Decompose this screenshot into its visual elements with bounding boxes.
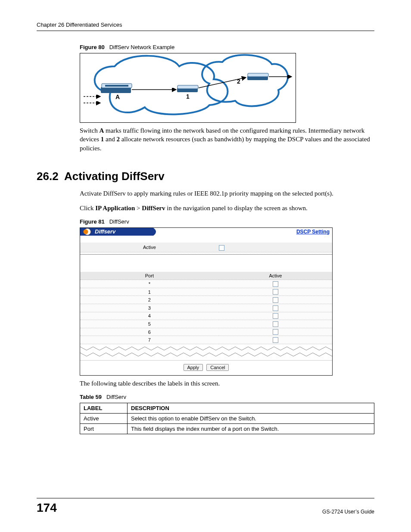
port-active-cell [219, 312, 332, 320]
desc-cell: This field displays the index number of … [128, 424, 374, 434]
figure81-widget: Diffserv DSCP Setting Active Port Acti [80, 227, 333, 376]
section-intro-1: Activate DiffServ to apply marking rules… [80, 189, 374, 198]
torn-edge-icon [80, 344, 332, 359]
section-intro-2: Click IP Application > DiffServ in the n… [80, 204, 374, 212]
svg-rect-4 [177, 85, 198, 89]
figure80-description: Switch A marks traffic flowing into the … [80, 126, 374, 152]
page-footer: 174 GS-2724 User’s Guide [37, 498, 374, 515]
port-active-checkbox[interactable] [273, 329, 278, 335]
figure80-caption: Figure 80 DiffServ Network Example [80, 44, 374, 50]
label-cell: Active [80, 414, 128, 424]
global-active-label: Active [80, 243, 219, 252]
table-row: 6 [80, 328, 332, 336]
global-active-checkbox[interactable] [219, 245, 224, 251]
table-row: 2 [80, 296, 332, 304]
table59-caption: Table 59 DiffServ [80, 394, 374, 400]
table59-label: Table 59 [80, 394, 102, 400]
table-row: PortThis field displays the index number… [80, 424, 374, 434]
device-a-icon [101, 84, 132, 93]
port-table: Port Active *1234567 [80, 272, 332, 344]
table59-intro: The following table describes the labels… [80, 379, 374, 388]
svg-text:1: 1 [186, 93, 190, 100]
port-active-checkbox[interactable] [273, 297, 278, 303]
port-cell: 1 [80, 288, 219, 296]
port-cell: 4 [80, 312, 219, 320]
section-heading: 26.2 Activating DiffServ [37, 170, 374, 183]
port-cell: 2 [80, 296, 219, 304]
apply-button[interactable]: Apply [184, 364, 203, 371]
svg-rect-2 [105, 85, 128, 87]
port-active-checkbox[interactable] [273, 305, 278, 311]
port-active-checkbox[interactable] [273, 337, 278, 343]
port-active-checkbox[interactable] [273, 313, 278, 319]
port-cell: 5 [80, 320, 219, 328]
cancel-button[interactable]: Cancel [206, 364, 229, 371]
figure80-label: Figure 80 [80, 44, 105, 50]
svg-text:A: A [115, 93, 120, 100]
figure80-diagram: A 1 2 [80, 53, 296, 123]
table59: LABEL DESCRIPTION ActiveSelect this opti… [80, 403, 374, 434]
port-cell: 3 [80, 304, 219, 312]
table-row: * [80, 280, 332, 288]
global-active-row: Active [80, 243, 332, 252]
port-active-cell [219, 328, 332, 336]
figure80-title: DiffServ Network Example [109, 44, 174, 50]
port-cell: 7 [80, 336, 219, 344]
port-active-cell [219, 336, 332, 344]
page-number: 174 [37, 501, 57, 515]
figure81-title: DiffServ [109, 218, 129, 225]
table-row: 1 [80, 288, 332, 296]
port-active-checkbox[interactable] [273, 281, 278, 287]
port-active-cell [219, 296, 332, 304]
table59-head-desc: DESCRIPTION [128, 403, 374, 414]
figure81-label: Figure 81 [80, 218, 105, 225]
active-col-header: Active [219, 272, 332, 280]
guide-title: GS-2724 User’s Guide [322, 509, 374, 515]
table-row: ActiveSelect this option to enable DiffS… [80, 414, 374, 424]
svg-rect-6 [248, 73, 268, 77]
dscp-setting-link[interactable]: DSCP Setting [296, 228, 330, 236]
table-row: 3 [80, 304, 332, 312]
chapter-header: Chapter 26 Differentiated Services [37, 22, 374, 31]
svg-text:2: 2 [237, 78, 240, 85]
port-cell: * [80, 280, 219, 288]
label-cell: Port [80, 424, 128, 434]
port-cell: 6 [80, 328, 219, 336]
device-2-icon [247, 73, 268, 80]
port-col-header: Port [80, 272, 219, 280]
port-active-checkbox[interactable] [273, 321, 278, 327]
table-row: 7 [80, 336, 332, 344]
widget-title-pill: Diffserv [80, 228, 159, 236]
port-active-cell [219, 320, 332, 328]
port-active-cell [219, 280, 332, 288]
port-active-checkbox[interactable] [273, 289, 278, 295]
table-row: 5 [80, 320, 332, 328]
figure81-caption: Figure 81 DiffServ [80, 218, 374, 225]
table59-title: DiffServ [106, 394, 126, 400]
widget-title: Diffserv [95, 228, 115, 235]
desc-cell: Select this option to enable DiffServ on… [128, 414, 374, 424]
port-active-cell [219, 304, 332, 312]
table59-head-label: LABEL [80, 403, 128, 414]
device-1-icon [177, 85, 198, 92]
port-active-cell [219, 288, 332, 296]
table-row: 4 [80, 312, 332, 320]
svg-point-16 [84, 230, 88, 234]
